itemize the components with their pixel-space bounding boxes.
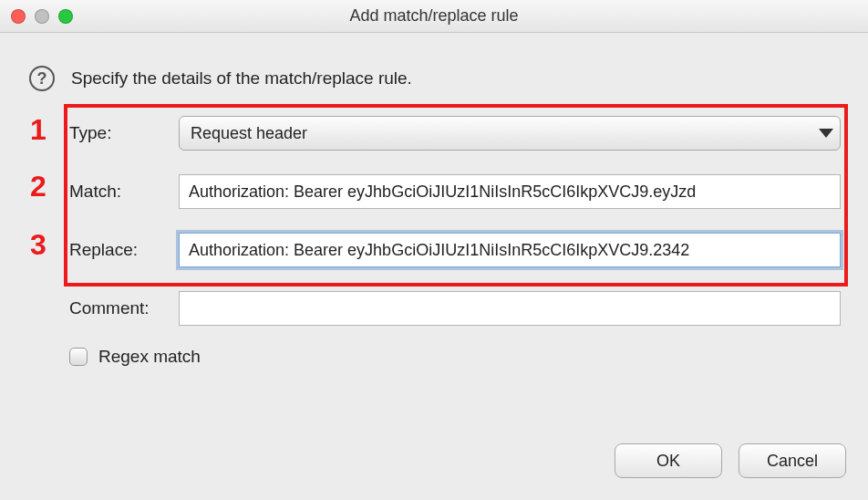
annotation-2: 2 <box>20 170 57 203</box>
annotation-3: 3 <box>20 228 57 262</box>
type-select[interactable]: Request header <box>179 116 841 151</box>
replace-input[interactable] <box>179 233 841 267</box>
label-replace: Replace: <box>69 240 179 260</box>
ok-button[interactable]: OK <box>615 443 722 478</box>
cancel-button[interactable]: Cancel <box>739 443 846 478</box>
row-type: Type: Request header <box>69 113 841 153</box>
traffic-lights <box>11 9 73 24</box>
window-title: Add match/replace rule <box>0 6 868 26</box>
annotation-1: 1 <box>20 113 57 147</box>
minimize-window-button <box>35 9 49 24</box>
chevron-down-icon <box>819 129 833 138</box>
label-regex: Regex match <box>98 347 201 367</box>
help-icon[interactable]: ? <box>29 66 55 91</box>
label-type: Type: <box>69 123 179 143</box>
close-window-button[interactable] <box>11 9 26 24</box>
comment-input[interactable] <box>179 291 841 326</box>
match-input[interactable] <box>179 174 841 209</box>
type-select-value: Request header <box>179 116 841 151</box>
regex-checkbox[interactable] <box>69 348 88 366</box>
dialog-buttons: OK Cancel <box>615 443 846 478</box>
instruction-text: Specify the details of the match/replace… <box>71 68 412 89</box>
row-match: Match: <box>69 172 841 212</box>
dialog-content: ? Specify the details of the match/repla… <box>0 33 868 367</box>
window-titlebar: Add match/replace rule <box>0 0 868 33</box>
row-comment: Comment: <box>69 288 841 328</box>
maximize-window-button[interactable] <box>58 9 73 24</box>
label-match: Match: <box>69 182 179 202</box>
row-replace: Replace: <box>69 230 841 270</box>
row-regex: Regex match <box>69 347 841 367</box>
label-comment: Comment: <box>69 298 179 318</box>
form-area: 1 2 3 Type: Request header Match: Replac… <box>69 113 841 367</box>
instruction-row: ? Specify the details of the match/repla… <box>27 66 841 91</box>
